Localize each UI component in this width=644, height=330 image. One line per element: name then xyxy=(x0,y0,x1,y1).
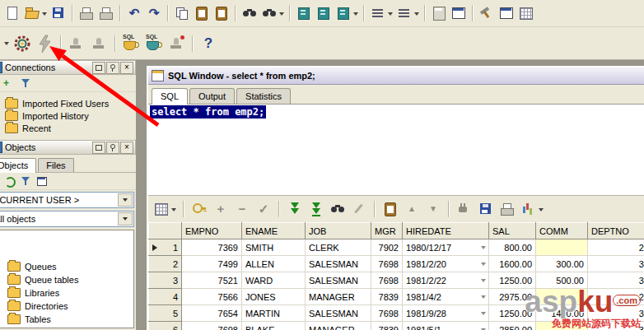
settings-button[interactable] xyxy=(12,33,33,54)
row-number[interactable]: 6 xyxy=(149,322,182,330)
grid-cell[interactable]: 2850.00 xyxy=(489,322,536,330)
grid-cell[interactable]: 7654 xyxy=(182,305,242,322)
chevron-down-icon[interactable] xyxy=(388,12,393,18)
previous-record-button[interactable]: ▲ xyxy=(403,200,421,218)
tree-item[interactable]: Queues xyxy=(0,260,133,273)
redo-button[interactable]: ↷ xyxy=(145,4,163,22)
tree-item[interactable]: Directories xyxy=(0,300,133,313)
grid-cell[interactable]: 7566 xyxy=(182,289,242,305)
grid-cell[interactable]: 7698 xyxy=(182,322,242,330)
row-number[interactable]: 4 xyxy=(149,289,182,305)
new-file-button[interactable] xyxy=(3,4,21,22)
tab-objects[interactable]: Objects xyxy=(0,158,36,173)
row-number[interactable]: 3 xyxy=(149,272,182,289)
grid-cell[interactable]: WARD xyxy=(242,272,306,289)
grid-cell[interactable] xyxy=(536,289,588,305)
outdent-button[interactable] xyxy=(395,4,420,22)
grid-cell[interactable]: 1250.00 xyxy=(489,305,536,322)
grid-cell[interactable]: 1250.00 xyxy=(489,272,536,289)
find-button[interactable] xyxy=(240,4,259,22)
grid-cell[interactable]: 7499 xyxy=(182,256,242,272)
copy-button[interactable] xyxy=(173,4,191,22)
undo-button[interactable]: ↶ xyxy=(125,4,143,22)
grid-cell[interactable]: 7521 xyxy=(182,272,242,289)
tree-item[interactable]: Tables xyxy=(0,313,133,326)
new-report-window-button[interactable]: SQL xyxy=(143,33,165,54)
grid-cell[interactable]: SALESMAN xyxy=(306,272,371,289)
chart-button[interactable] xyxy=(520,200,544,218)
tab-statistics[interactable]: Statistics xyxy=(236,88,291,104)
object-filter-combobox[interactable]: All objects xyxy=(0,211,134,227)
column-header-empno[interactable]: EMPNO xyxy=(182,223,242,239)
close-panel-button[interactable]: × xyxy=(120,142,133,154)
grid-cell[interactable]: 300.00 xyxy=(536,256,588,272)
grid-cell[interactable]: ALLEN xyxy=(242,256,306,272)
connection-item[interactable]: Imported Fixed Users xyxy=(0,97,136,109)
column-header-job[interactable]: JOB xyxy=(306,223,371,239)
grid-options-button[interactable] xyxy=(152,200,177,218)
tab-output[interactable]: Output xyxy=(189,88,235,104)
paste-button[interactable] xyxy=(193,4,211,22)
fetch-next-page-button[interactable] xyxy=(286,200,304,218)
sql-window-titlebar[interactable]: SQL Window - select * from emp2; xyxy=(148,67,644,85)
chevron-down-icon[interactable] xyxy=(171,208,176,214)
grid-cell[interactable]: 1981/2/20 xyxy=(403,256,489,272)
close-panel-button[interactable]: × xyxy=(120,62,133,74)
chevron-down-icon[interactable] xyxy=(414,12,419,18)
grid-cell[interactable]: 1981/5/1 xyxy=(403,322,489,330)
link-query-button[interactable] xyxy=(455,200,474,218)
minimize-panel-button[interactable] xyxy=(92,62,105,74)
grid-cell[interactable]: BLAKE xyxy=(242,322,306,330)
grid-cell[interactable]: JONES xyxy=(242,289,306,305)
grid-cell[interactable]: MARTIN xyxy=(242,305,306,322)
next-record-button[interactable]: ▼ xyxy=(424,200,442,218)
grid-cell[interactable] xyxy=(536,239,588,256)
grid-cell[interactable]: 7902 xyxy=(371,239,403,256)
connection-item[interactable]: Recent xyxy=(0,122,136,134)
delete-record-button[interactable]: − xyxy=(233,200,251,218)
edit-data-button[interactable] xyxy=(190,200,208,218)
grid-cell[interactable]: 2975.00 xyxy=(489,289,536,305)
edit-cell-button[interactable] xyxy=(350,200,368,218)
pin-panel-button[interactable] xyxy=(106,142,119,154)
find-in-grid-button[interactable] xyxy=(329,200,347,218)
row-number[interactable]: 1 xyxy=(149,239,182,256)
grid-cell[interactable]: 1981/9/28 xyxy=(403,305,489,322)
grid-cell[interactable]: SMITH xyxy=(242,239,306,256)
dropdown-button[interactable] xyxy=(118,212,133,225)
tree-item[interactable]: Libraries xyxy=(0,286,133,300)
chevron-down-icon[interactable] xyxy=(42,12,47,18)
copy-grid-button[interactable] xyxy=(381,200,399,218)
save-button[interactable] xyxy=(49,4,68,22)
grid-cell[interactable]: 1981/4/2 xyxy=(403,289,489,305)
new-command-window-button[interactable] xyxy=(166,33,188,54)
open-file-button[interactable] xyxy=(23,4,48,22)
commit-button[interactable] xyxy=(295,4,313,22)
sql-editor[interactable]: select * from emp2; xyxy=(148,105,644,196)
column-header-hiredate[interactable]: HIREDATE xyxy=(403,223,489,239)
tab-files[interactable]: Files xyxy=(38,158,73,172)
grid-cell[interactable]: SALESMAN xyxy=(306,305,371,322)
column-header-ename[interactable]: ENAME xyxy=(242,223,306,239)
grid-corner-cell[interactable] xyxy=(149,223,182,239)
grid-cell[interactable]: SALESMAN xyxy=(306,256,371,272)
execute-button[interactable] xyxy=(35,33,56,54)
find-next-button[interactable] xyxy=(260,4,285,22)
pin-panel-button[interactable] xyxy=(106,62,119,74)
filter-icon[interactable] xyxy=(20,175,31,187)
column-header-sal[interactable]: SAL xyxy=(489,223,536,239)
column-header-comm[interactable]: COMM xyxy=(536,223,588,239)
add-connection-button[interactable]: + xyxy=(3,77,15,89)
print-setup-button[interactable] xyxy=(97,4,115,22)
window-list-button[interactable] xyxy=(517,4,535,22)
grid-cell[interactable]: 7839 xyxy=(371,289,403,305)
grid-cell[interactable]: 30 xyxy=(588,256,644,272)
new-sql-window-button[interactable]: SQL xyxy=(120,33,142,54)
grid-cell[interactable]: 7839 xyxy=(371,322,403,330)
grid-cell[interactable]: MANAGER xyxy=(306,289,371,305)
export-results-button[interactable] xyxy=(477,200,495,218)
help-button[interactable]: ? xyxy=(198,33,219,54)
filter-connections-button[interactable] xyxy=(20,77,31,89)
break-button[interactable] xyxy=(334,4,359,22)
connections-header[interactable]: Connections × xyxy=(0,60,136,75)
